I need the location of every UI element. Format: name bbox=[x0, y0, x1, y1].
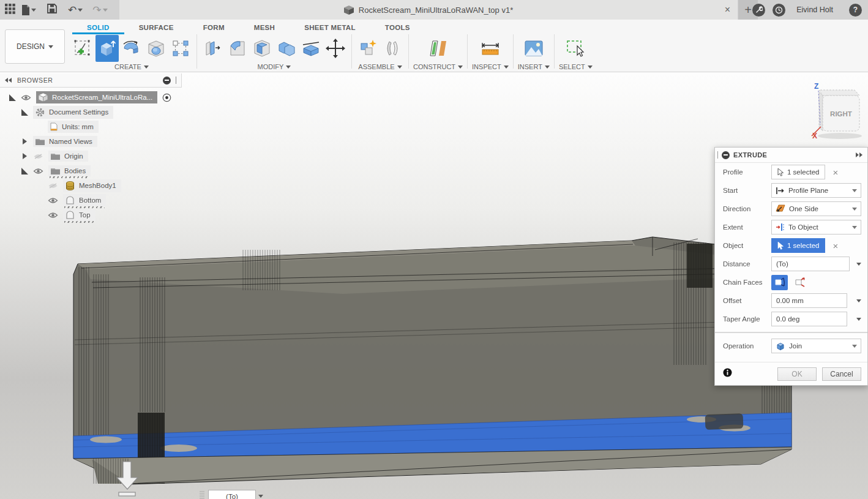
distance-input[interactable]: (To) bbox=[771, 257, 850, 271]
insert-caret-icon bbox=[545, 66, 550, 69]
collapse-all-icon[interactable] bbox=[163, 77, 171, 84]
shell-button[interactable] bbox=[250, 35, 274, 62]
gear-icon bbox=[36, 108, 45, 117]
modify-group-label[interactable]: MODIFY bbox=[258, 62, 291, 70]
tree-item-origin[interactable]: Origin bbox=[0, 149, 182, 163]
dialog-drag-grip[interactable] bbox=[717, 151, 718, 159]
chain-faces-off-toggle[interactable] bbox=[791, 275, 808, 290]
tree-item-top[interactable]: Top bbox=[0, 208, 182, 222]
extrude-button[interactable] bbox=[95, 35, 119, 62]
profile-select-button[interactable]: 1 selected bbox=[771, 165, 825, 179]
construct-group-label[interactable]: CONSTRUCT bbox=[413, 62, 463, 70]
tree-item-label: Origin bbox=[64, 152, 83, 160]
tree-item-named-views[interactable]: Named Views bbox=[0, 134, 182, 149]
job-status-icon[interactable] bbox=[752, 4, 765, 17]
cancel-button[interactable]: Cancel bbox=[822, 367, 861, 381]
file-menu-button[interactable] bbox=[21, 5, 36, 15]
offset-caret-icon[interactable] bbox=[856, 299, 861, 302]
dialog-collapse-icon[interactable] bbox=[722, 151, 730, 159]
assemble-group-label[interactable]: ASSEMBLE bbox=[358, 62, 402, 70]
offset-input[interactable]: 0.00 mm bbox=[771, 293, 847, 308]
tree-item-bodies[interactable]: Bodies bbox=[0, 163, 182, 178]
undo-button[interactable]: ↶ bbox=[68, 5, 83, 15]
inspect-group-label[interactable]: INSPECT bbox=[472, 62, 509, 70]
split-body-button[interactable] bbox=[299, 35, 323, 62]
tab-mesh[interactable]: MESH bbox=[239, 21, 290, 34]
panel-resize-grip[interactable] bbox=[176, 77, 176, 84]
visibility-eye-icon[interactable] bbox=[48, 212, 59, 219]
press-pull-button[interactable] bbox=[201, 35, 225, 62]
dialog-expand-icon[interactable] bbox=[855, 152, 862, 157]
visibility-eye-icon[interactable] bbox=[21, 94, 32, 101]
insert-image-button[interactable] bbox=[522, 35, 545, 62]
hole-button[interactable] bbox=[144, 35, 168, 62]
object-select-button[interactable]: 1 selected bbox=[771, 238, 825, 253]
username[interactable]: Eivind Holt bbox=[796, 6, 833, 14]
chain-faces-on-toggle[interactable] bbox=[771, 275, 788, 290]
help-icon[interactable]: ? bbox=[849, 4, 862, 17]
combine-button[interactable] bbox=[275, 35, 298, 62]
construct-plane-button[interactable] bbox=[427, 35, 450, 62]
pattern-button[interactable] bbox=[169, 35, 192, 62]
info-icon[interactable] bbox=[723, 368, 732, 380]
operation-dropdown[interactable]: Join bbox=[771, 339, 861, 353]
collapsed-triangle-icon[interactable] bbox=[21, 138, 28, 144]
tab-surface[interactable]: SURFACE bbox=[124, 21, 189, 34]
floating-drag-handle[interactable] bbox=[200, 490, 204, 499]
select-group-label[interactable]: SELECT bbox=[559, 62, 593, 70]
measure-button[interactable] bbox=[479, 35, 502, 62]
dialog-footer: OK Cancel bbox=[715, 362, 867, 385]
workspace-selector[interactable]: DESIGN bbox=[5, 29, 65, 64]
tree-item-bottom[interactable]: Bottom bbox=[0, 193, 182, 208]
document-tab[interactable]: RocketScream_MiniUltraLoRaWAN_top v1* × bbox=[119, 0, 738, 20]
distance-caret-icon[interactable] bbox=[856, 263, 861, 266]
distance-label: Distance bbox=[723, 260, 771, 268]
expand-triangle-icon[interactable] bbox=[21, 168, 28, 174]
move-button[interactable] bbox=[324, 35, 347, 62]
tab-form[interactable]: FORM bbox=[189, 21, 239, 34]
insert-group-label[interactable]: INSERT bbox=[518, 62, 550, 70]
direction-dropdown[interactable]: One Side bbox=[771, 201, 861, 216]
start-dropdown[interactable]: Profile Plane bbox=[771, 183, 861, 198]
taper-angle-input[interactable]: 0.0 deg bbox=[771, 312, 847, 326]
visibility-eye-icon[interactable] bbox=[33, 168, 44, 174]
activate-component-radio[interactable] bbox=[162, 93, 171, 102]
new-component-button[interactable] bbox=[356, 35, 380, 62]
group-insert: INSERT bbox=[518, 34, 550, 70]
browser-header[interactable]: BROWSER bbox=[0, 73, 182, 88]
tab-solid[interactable]: SOLID bbox=[72, 21, 124, 34]
view-cube[interactable]: RIGHT Z X bbox=[802, 80, 868, 142]
expand-triangle-icon[interactable] bbox=[9, 94, 16, 101]
visibility-eye-off-icon[interactable] bbox=[33, 153, 44, 160]
joint-button[interactable] bbox=[381, 35, 404, 62]
close-tab-icon[interactable]: × bbox=[725, 0, 730, 20]
redo-button[interactable]: ↷ bbox=[92, 5, 107, 15]
object-clear-icon[interactable]: × bbox=[832, 241, 838, 250]
visibility-eye-icon[interactable] bbox=[48, 197, 59, 204]
floating-caret-icon[interactable] bbox=[256, 490, 266, 499]
select-button[interactable] bbox=[564, 35, 587, 62]
app-grid-icon[interactable] bbox=[5, 4, 15, 17]
tree-item-meshbody1[interactable]: MeshBody1 bbox=[0, 178, 182, 193]
tab-sheet-metal[interactable]: SHEET METAL bbox=[290, 21, 370, 34]
collapse-panel-icon[interactable] bbox=[5, 78, 12, 83]
dialog-header[interactable]: EXTRUDE bbox=[715, 148, 867, 163]
tree-item-document-settings[interactable]: Document Settings bbox=[0, 105, 182, 119]
taper-caret-icon[interactable] bbox=[856, 318, 861, 321]
visibility-eye-off-icon[interactable] bbox=[48, 182, 59, 189]
profile-clear-icon[interactable]: × bbox=[832, 168, 838, 177]
tree-item-units[interactable]: Units: mm bbox=[0, 119, 182, 134]
tab-tools[interactable]: TOOLS bbox=[370, 21, 425, 34]
revolve-button[interactable] bbox=[120, 35, 143, 62]
floating-distance-input[interactable]: (To) bbox=[208, 490, 256, 499]
create-sketch-button[interactable] bbox=[71, 35, 94, 62]
notification-clock-icon[interactable] bbox=[773, 4, 785, 17]
extent-dropdown[interactable]: To Object bbox=[771, 220, 861, 234]
save-button[interactable] bbox=[47, 4, 57, 16]
fillet-button[interactable] bbox=[226, 35, 249, 62]
create-group-label[interactable]: CREATE bbox=[114, 62, 149, 70]
expand-triangle-icon[interactable] bbox=[21, 109, 28, 116]
tree-item-root-component[interactable]: RocketScream_MiniUltraLoRa... bbox=[0, 90, 182, 105]
ok-button[interactable]: OK bbox=[777, 367, 817, 381]
collapsed-triangle-icon[interactable] bbox=[21, 153, 28, 159]
